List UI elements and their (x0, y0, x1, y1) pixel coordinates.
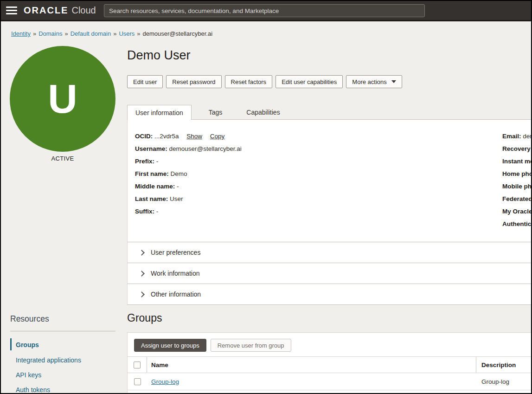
section-user-preferences[interactable]: User preferences (127, 242, 531, 263)
chevron-right-icon (139, 271, 145, 277)
breadcrumb-identity[interactable]: Identity (11, 30, 31, 37)
description-column-header: Description (476, 362, 516, 368)
assign-user-to-groups-button[interactable]: Assign user to groups (134, 339, 206, 352)
ocid-value: ...2vdr5a (154, 133, 179, 140)
hamburger-menu-icon[interactable] (6, 6, 17, 14)
ocid-show-link[interactable]: Show (186, 133, 202, 140)
group-log-link[interactable]: Group-log (151, 378, 179, 385)
section-work-information-label: Work information (151, 270, 200, 277)
instant-messaging-field: Instant mes (502, 155, 532, 168)
user-information-panel: OCID: ...2vdr5a Show Copy Username: demo… (127, 120, 531, 242)
tab-capabilities[interactable]: Capabilities (238, 105, 288, 119)
sidebar-item-groups[interactable]: Groups (16, 341, 39, 349)
sidebar-item-api-keys[interactable]: API keys (16, 371, 41, 379)
authentication-label: Authentica (502, 220, 532, 227)
first-name-value: Demo (171, 170, 187, 177)
reset-password-button[interactable]: Reset password (166, 75, 221, 88)
sidebar-active-indicator (10, 338, 12, 350)
row-select-cell (128, 373, 147, 390)
breadcrumb-default-domain[interactable]: Default domain (71, 30, 111, 37)
reset-factors-button[interactable]: Reset factors (225, 75, 273, 88)
last-name-field: Last name: User (135, 193, 242, 205)
breadcrumb: Identity»Domains»Default domain»Users»de… (11, 30, 212, 37)
chevron-down-icon (391, 80, 396, 83)
email-value: dem (523, 133, 532, 140)
more-actions-button[interactable]: More actions (346, 75, 402, 88)
breadcrumb-separator: » (113, 30, 116, 37)
brand-oracle: ORACLE (24, 5, 68, 16)
home-phone-label: Home phon (502, 170, 532, 177)
breadcrumb-users[interactable]: Users (119, 30, 135, 37)
avatar-initial: U (48, 78, 77, 119)
tab-user-information[interactable]: User information (127, 105, 192, 120)
prefix-field: Prefix: - (135, 155, 242, 168)
edit-user-button[interactable]: Edit user (127, 75, 163, 88)
breadcrumb-separator: » (64, 30, 68, 37)
mobile-phone-label: Mobile pho (502, 183, 532, 190)
more-actions-label: More actions (352, 78, 386, 85)
oracle-cloud-logo[interactable]: ORACLE Cloud (24, 5, 96, 16)
breadcrumb-separator: » (137, 30, 140, 37)
home-phone-field: Home phon (502, 168, 532, 180)
recovery-email-label: Recovery e (502, 145, 532, 152)
select-all-checkbox[interactable] (134, 362, 141, 368)
suffix-value: - (156, 208, 159, 215)
my-oracle-field: My Oracle (502, 205, 532, 218)
section-work-information[interactable]: Work information (127, 263, 531, 284)
middle-name-field: Middle name: - (135, 180, 242, 193)
section-other-information[interactable]: Other information (127, 284, 531, 305)
search-input[interactable] (104, 4, 425, 17)
prefix-label: Prefix: (135, 158, 154, 165)
my-oracle-label: My Oracle (502, 208, 532, 215)
sidebar-item-integrated-applications[interactable]: Integrated applications (16, 356, 81, 364)
resources-title: Resources (10, 314, 49, 324)
email-field: Email: dem (502, 130, 532, 142)
chevron-right-icon (139, 250, 145, 256)
breadcrumb-separator: » (33, 30, 36, 37)
ocid-label: OCID: (135, 133, 153, 140)
suffix-field: Suffix: - (135, 205, 242, 218)
table-row: Group-log Group-log (128, 373, 531, 390)
section-user-preferences-label: User preferences (151, 249, 200, 256)
groups-table: Name Description Group-log Group-log (128, 356, 531, 390)
edit-user-capabilities-button[interactable]: Edit user capabilities (276, 75, 343, 88)
username-value: demouser@stellarcyber.ai (169, 145, 242, 152)
mobile-phone-field: Mobile pho (502, 180, 532, 193)
authentication-field: Authentica (502, 218, 532, 230)
row-checkbox[interactable] (134, 378, 141, 385)
prefix-value: - (156, 158, 159, 165)
username-field: Username: demouser@stellarcyber.ai (135, 142, 242, 155)
breadcrumb-domains[interactable]: Domains (38, 30, 62, 37)
oracle-cloud-console-window: ORACLE Cloud Identity»Domains»Default do… (0, 0, 532, 394)
middle-name-label: Middle name: (135, 183, 175, 190)
federated-label: Federated: (502, 195, 532, 202)
group-description-cell: Group-log (476, 378, 509, 385)
detail-tabs: User information Tags Capabilities (127, 105, 531, 120)
section-other-information-label: Other information (151, 291, 201, 298)
remove-user-from-group-button[interactable]: Remove user from group (211, 339, 291, 352)
page-title: Demo User (127, 48, 191, 63)
middle-name-value: - (177, 183, 179, 190)
ocid-copy-link[interactable]: Copy (210, 133, 225, 140)
user-info-right-column: Email: dem Recovery e Instant mes Home p… (502, 130, 532, 230)
name-column-header: Name (147, 357, 476, 373)
user-info-left-column: OCID: ...2vdr5a Show Copy Username: demo… (135, 130, 242, 218)
groups-table-header: Name Description (128, 356, 531, 373)
suffix-label: Suffix: (135, 208, 154, 215)
user-actions-toolbar: Edit user Reset password Reset factors E… (127, 75, 402, 88)
instant-messaging-label: Instant mes (502, 158, 532, 165)
first-name-label: First name: (135, 170, 169, 177)
group-name-cell: Group-log (147, 373, 476, 390)
brand-cloud: Cloud (71, 5, 96, 16)
recovery-email-field: Recovery e (502, 142, 532, 155)
groups-toolbar: Assign user to groups Remove user from g… (134, 339, 291, 352)
status-badge: ACTIVE (10, 155, 115, 162)
tab-tags[interactable]: Tags (201, 105, 231, 119)
federated-field: Federated: (502, 193, 532, 205)
breadcrumb-current-user: demouser@stellarcyber.ai (143, 30, 212, 37)
user-avatar: U (10, 46, 115, 152)
username-label: Username: (135, 145, 167, 152)
ocid-field: OCID: ...2vdr5a Show Copy (135, 130, 242, 142)
groups-panel: Assign user to groups Remove user from g… (127, 332, 531, 394)
sidebar-item-auth-tokens[interactable]: Auth tokens (16, 386, 50, 394)
